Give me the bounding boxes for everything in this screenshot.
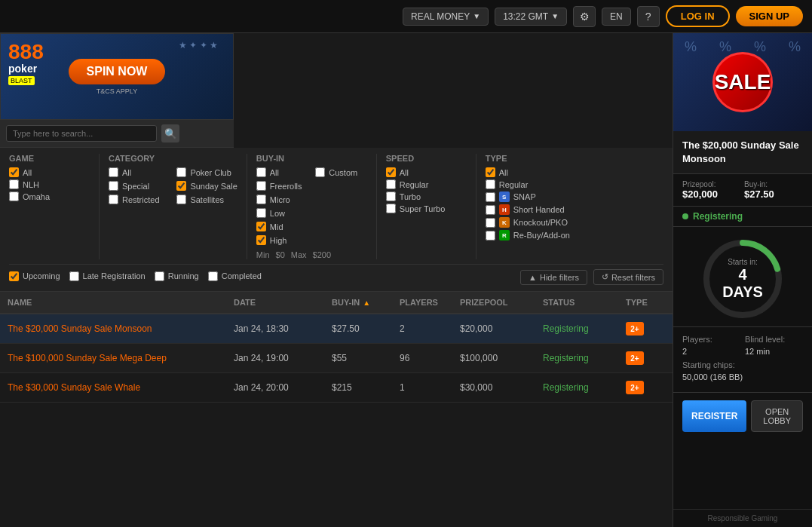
cat-satellites-item[interactable]: Satellites bbox=[176, 195, 237, 204]
game-omaha-label: Omaha bbox=[23, 192, 50, 201]
buyin-all-label: All bbox=[270, 168, 279, 177]
table-row[interactable]: The $20,000 Sunday Sale Monsoon Jan 24, … bbox=[0, 314, 673, 344]
max-val: $200 bbox=[313, 250, 331, 259]
signup-button[interactable]: SIGN UP bbox=[736, 6, 803, 26]
category-filter-header: CATEGORY bbox=[109, 154, 237, 163]
cat-satellites-checkbox[interactable] bbox=[176, 195, 186, 204]
cat-special-item[interactable]: Special bbox=[109, 181, 169, 191]
cat-special-checkbox[interactable] bbox=[109, 181, 118, 191]
help-button[interactable]: ? bbox=[637, 6, 660, 27]
banner-spin-area: SPIN NOW T&CS APPLY bbox=[69, 59, 166, 95]
buyin-val: $27.50 bbox=[744, 188, 803, 200]
status-running-item[interactable]: Running bbox=[155, 271, 199, 281]
game-all-item[interactable]: All bbox=[9, 167, 90, 177]
buyin-all-item[interactable]: All bbox=[256, 167, 308, 177]
speed-regular-checkbox[interactable] bbox=[386, 179, 396, 189]
percent-icon: % bbox=[789, 39, 801, 55]
table-row[interactable]: The $30,000 Sunday Sale Whale Jan 24, 20… bbox=[0, 373, 673, 403]
buyin-custom-item[interactable]: Custom bbox=[315, 167, 367, 177]
status-upcoming-label: Upcoming bbox=[23, 271, 60, 280]
promo-banner[interactable]: 888 poker BLAST ★ ✦ ✦ ★ SPIN NOW T&CS AP… bbox=[0, 33, 234, 120]
row2-prizepool: $100,000 bbox=[452, 353, 535, 363]
speed-superturbo-checkbox[interactable] bbox=[386, 204, 396, 213]
th-type: TYPE bbox=[618, 298, 673, 307]
buyin-micro-checkbox[interactable] bbox=[256, 195, 266, 204]
game-all-checkbox[interactable] bbox=[9, 167, 19, 177]
search-button[interactable]: 🔍 bbox=[161, 124, 179, 142]
buyin-high-checkbox[interactable] bbox=[256, 235, 266, 245]
type-shorthanded-item[interactable]: H Short Handed bbox=[486, 204, 570, 215]
shorthanded-icon: H bbox=[499, 204, 510, 215]
cat-restricted-item[interactable]: Restricted bbox=[109, 195, 169, 204]
table-row[interactable]: The $100,000 Sunday Sale Mega Deep Jan 2… bbox=[0, 344, 673, 373]
search-input[interactable] bbox=[6, 125, 157, 142]
type-regular-item[interactable]: Regular bbox=[486, 179, 570, 189]
type-shorthanded-checkbox[interactable] bbox=[486, 205, 495, 215]
type-regular-checkbox[interactable] bbox=[486, 179, 495, 189]
lang-dropdown[interactable]: EN bbox=[602, 8, 631, 26]
status-latereg-label: Late Registration bbox=[83, 271, 146, 280]
register-button[interactable]: REGISTER bbox=[682, 400, 746, 432]
buyin-high-item[interactable]: High bbox=[256, 235, 308, 245]
buyin-mid-item[interactable]: Mid bbox=[256, 222, 308, 231]
th-buyin[interactable]: BUY-IN ▲ bbox=[324, 298, 392, 307]
speed-turbo-checkbox[interactable] bbox=[386, 191, 396, 201]
game-nlh-label: NLH bbox=[23, 180, 39, 189]
th-date: DATE bbox=[226, 298, 324, 307]
speed-all-checkbox[interactable] bbox=[386, 167, 396, 177]
speed-turbo-item[interactable]: Turbo bbox=[386, 191, 467, 201]
reset-filters-button[interactable]: ↺ Reset filters bbox=[593, 269, 663, 285]
status-running-checkbox[interactable] bbox=[155, 271, 164, 281]
status-completed-item[interactable]: Completed bbox=[208, 271, 262, 281]
buyin-freerolls-item[interactable]: Freerolls bbox=[256, 181, 308, 191]
buyin-custom-checkbox[interactable] bbox=[315, 167, 325, 177]
status-latereg-item[interactable]: Late Registration bbox=[69, 271, 146, 281]
buyin-all-checkbox[interactable] bbox=[256, 167, 266, 177]
status-completed-checkbox[interactable] bbox=[208, 271, 218, 281]
login-button[interactable]: LOG IN bbox=[666, 5, 730, 27]
buyin-micro-item[interactable]: Micro bbox=[256, 195, 308, 204]
type-rebuy-checkbox[interactable] bbox=[486, 231, 495, 241]
speed-regular-item[interactable]: Regular bbox=[386, 179, 467, 189]
speed-superturbo-item[interactable]: Super Turbo bbox=[386, 204, 467, 213]
type-knockout-checkbox[interactable] bbox=[486, 218, 495, 228]
game-nlh-checkbox[interactable] bbox=[9, 179, 19, 189]
status-latereg-checkbox[interactable] bbox=[69, 271, 79, 281]
players-vals-row: 2 12 min bbox=[682, 347, 803, 356]
cat-sundaysale-item[interactable]: Sunday Sale bbox=[176, 181, 237, 191]
sale-badge: SALE bbox=[712, 52, 773, 112]
cat-all-item[interactable]: All bbox=[109, 167, 169, 177]
money-mode-dropdown[interactable]: REAL MONEY ▼ bbox=[403, 8, 489, 26]
type-snap-item[interactable]: S SNAP bbox=[486, 191, 570, 202]
buyin-mid-checkbox[interactable] bbox=[256, 222, 266, 231]
cat-restricted-checkbox[interactable] bbox=[109, 195, 118, 204]
type-knockout-item[interactable]: K Knockout/PKO bbox=[486, 217, 570, 228]
settings-button[interactable]: ⚙ bbox=[573, 6, 596, 27]
type-all-item[interactable]: All bbox=[486, 167, 570, 177]
buyin-low-checkbox[interactable] bbox=[256, 208, 266, 218]
cat-pokerclub-checkbox[interactable] bbox=[176, 167, 186, 177]
type-rebuy-item[interactable]: R Re-Buy/Add-on bbox=[486, 230, 570, 241]
time-dropdown[interactable]: 13:22 GMT ▼ bbox=[495, 8, 567, 26]
spin-button[interactable]: SPIN NOW bbox=[69, 59, 166, 84]
tcs-label: T&CS APPLY bbox=[69, 87, 166, 95]
row1-buyin: $27.50 bbox=[324, 323, 392, 334]
game-omaha-checkbox[interactable] bbox=[9, 191, 19, 201]
status-upcoming-checkbox[interactable] bbox=[9, 271, 19, 281]
cat-sundaysale-checkbox[interactable] bbox=[176, 181, 186, 191]
hide-filters-button[interactable]: ▲ Hide filters bbox=[520, 270, 587, 285]
row1-date: Jan 24, 18:30 bbox=[226, 323, 324, 334]
game-omaha-item[interactable]: Omaha bbox=[9, 191, 90, 201]
type-all-checkbox[interactable] bbox=[486, 167, 495, 177]
buyin-freerolls-checkbox[interactable] bbox=[256, 181, 266, 191]
open-lobby-button[interactable]: OPEN LOBBY bbox=[751, 400, 803, 432]
buyin-low-item[interactable]: Low bbox=[256, 208, 308, 218]
status-upcoming-item[interactable]: Upcoming bbox=[9, 271, 60, 281]
speed-all-item[interactable]: All bbox=[386, 167, 467, 177]
cat-all-label: All bbox=[122, 168, 131, 177]
type-snap-checkbox[interactable] bbox=[486, 192, 495, 202]
cat-pokerclub-item[interactable]: Poker Club bbox=[176, 167, 237, 177]
game-nlh-item[interactable]: NLH bbox=[9, 179, 90, 189]
row2-type: 2+ bbox=[618, 351, 673, 365]
cat-all-checkbox[interactable] bbox=[109, 167, 118, 177]
